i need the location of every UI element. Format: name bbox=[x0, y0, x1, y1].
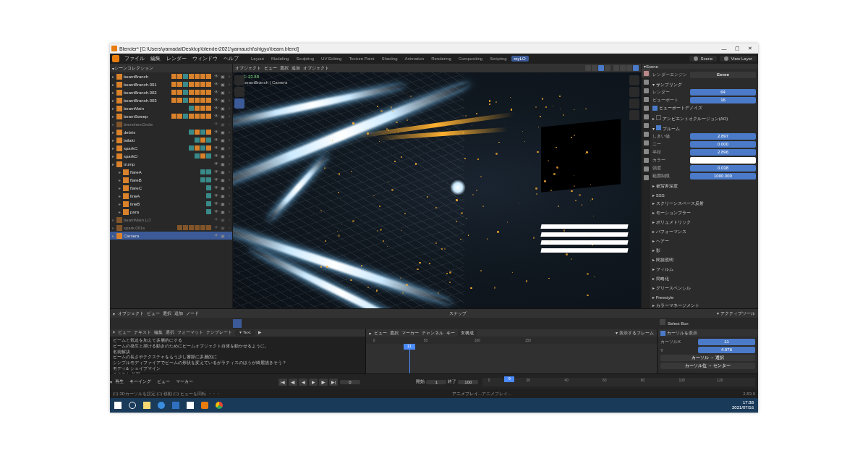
search-icon[interactable] bbox=[126, 400, 139, 410]
start-button[interactable] bbox=[111, 400, 124, 410]
outliner-row[interactable]: ▸sparkC👁▣› bbox=[110, 144, 232, 152]
workspace-tab[interactable]: Modeling bbox=[268, 56, 292, 62]
store-icon[interactable] bbox=[184, 400, 197, 410]
cursor-center-button[interactable]: カーソル位 → センター bbox=[660, 363, 755, 369]
outliner-row[interactable]: ▸lineA👁▣› bbox=[110, 192, 232, 200]
zoom-gizmo[interactable] bbox=[629, 75, 639, 85]
ao-checkbox[interactable] bbox=[656, 115, 661, 120]
mode-selector[interactable]: オブジェクト bbox=[235, 65, 261, 72]
run-script-button[interactable]: ▶ bbox=[258, 330, 262, 336]
vp-menu[interactable]: 選択 bbox=[280, 65, 289, 72]
props-section[interactable]: ▸ 簡略化 bbox=[652, 276, 756, 282]
tab-texture[interactable] bbox=[642, 173, 650, 182]
outliner-row[interactable]: ▸brenchesCircle👁▣› bbox=[110, 120, 232, 128]
tab-viewlayer[interactable] bbox=[642, 86, 650, 95]
bloom-clamp[interactable]: 1000.000 bbox=[690, 173, 756, 180]
outliner-row[interactable]: ▸beamBranch.002👁▣› bbox=[110, 88, 232, 96]
cursor-y[interactable]: 4.976 bbox=[698, 347, 755, 353]
props-section[interactable]: ▸ モーションブラー bbox=[652, 210, 756, 216]
props-section[interactable]: ▸ 間接照明 bbox=[652, 257, 756, 263]
nla-block[interactable] bbox=[233, 319, 242, 328]
outliner-row[interactable]: ▸flareB👁▣› bbox=[110, 176, 232, 184]
workspace-tab[interactable]: Texture Paint bbox=[346, 56, 377, 62]
timeline-playhead[interactable]: 9 bbox=[504, 376, 514, 382]
tab-physics[interactable] bbox=[642, 138, 650, 147]
shading-toggles[interactable] bbox=[613, 65, 639, 71]
tab-modifier[interactable] bbox=[642, 121, 650, 130]
explorer-icon[interactable] bbox=[140, 400, 153, 410]
props-section[interactable]: ▸ ボリュメトリック bbox=[652, 219, 756, 226]
camera-gizmo[interactable] bbox=[629, 98, 639, 109]
playhead[interactable]: 11 bbox=[409, 344, 410, 373]
menu-edit[interactable]: 編集 bbox=[148, 55, 163, 62]
workspace-tab[interactable]: Shading bbox=[378, 56, 400, 62]
scene-selector[interactable]: Scene bbox=[689, 56, 717, 62]
bloom-color[interactable] bbox=[690, 157, 756, 164]
viewport-canvas[interactable]: FPS: 23.88 (1) beamBranch | Camera bbox=[233, 72, 641, 308]
outliner-row[interactable]: ▸spark.001s👁▣› bbox=[110, 224, 232, 232]
mail-icon[interactable] bbox=[169, 400, 182, 410]
frame-start[interactable]: 1 bbox=[426, 380, 446, 384]
jump-end-button[interactable]: ▶| bbox=[329, 379, 338, 386]
cursor-to-sel-button[interactable]: カーソル → 選択 bbox=[660, 355, 755, 361]
tab-scene[interactable] bbox=[642, 95, 650, 104]
outliner-row[interactable]: ▸trump👁▣› bbox=[110, 160, 232, 168]
taskbar-clock[interactable]: 17:38 2021/07/16 bbox=[732, 400, 757, 410]
outliner-row[interactable]: ▸sparkD👁▣› bbox=[110, 152, 232, 160]
props-section[interactable]: ▸ パフォーマンス bbox=[652, 229, 756, 235]
dopesheet-ruler[interactable]: 0 50 100 150 bbox=[366, 337, 657, 344]
cursor-x[interactable]: 11 bbox=[698, 339, 755, 345]
props-section[interactable]: ▸ 被写界深度 bbox=[652, 183, 756, 190]
tab-particle[interactable] bbox=[642, 130, 650, 138]
outliner-row[interactable]: ▸debris👁▣› bbox=[110, 128, 232, 136]
menu-file[interactable]: ファイル bbox=[122, 55, 148, 62]
props-section[interactable]: ▸ グリースペンシル bbox=[652, 285, 756, 292]
chrome-icon[interactable] bbox=[213, 400, 226, 410]
prev-key-button[interactable]: ◀| bbox=[289, 379, 297, 386]
play-rev-button[interactable]: ◀ bbox=[299, 379, 307, 386]
denoise-checkbox[interactable] bbox=[652, 106, 658, 111]
tab-object[interactable] bbox=[642, 112, 650, 121]
outliner-row[interactable]: ▸lineB👁▣› bbox=[110, 200, 232, 208]
workspace-tab[interactable]: Rendering bbox=[428, 56, 454, 62]
outliner-row[interactable]: ▸beamMain👁▣› bbox=[110, 104, 232, 112]
minimize-button[interactable]: — bbox=[718, 46, 731, 51]
outliner-row[interactable]: ▸beamSweep👁▣› bbox=[110, 112, 232, 120]
workspace-tab[interactable]: Scripting bbox=[487, 56, 509, 62]
menu-help[interactable]: ヘルプ bbox=[221, 55, 242, 62]
workspace-tab[interactable]: UV Editing bbox=[318, 56, 344, 62]
vp-menu[interactable]: ビュー bbox=[264, 65, 277, 72]
bloom-intensity[interactable]: 0.038 bbox=[690, 165, 756, 172]
maximize-button[interactable]: ▢ bbox=[731, 46, 744, 51]
props-section[interactable]: ▸ ヘアー bbox=[652, 238, 756, 245]
pan-gizmo[interactable] bbox=[629, 87, 639, 97]
engine-dropdown[interactable]: Eevee bbox=[690, 72, 756, 78]
outliner-row[interactable]: ▸Camera👁▣› bbox=[110, 232, 232, 240]
cursor-tool[interactable] bbox=[234, 75, 244, 85]
edge-icon[interactable] bbox=[155, 400, 168, 410]
props-section[interactable]: ▸ 影 bbox=[652, 248, 756, 254]
viewport-samples[interactable]: 16 bbox=[690, 97, 756, 104]
jump-start-button[interactable]: |◀ bbox=[278, 379, 287, 386]
workspace-tab[interactable]: Layout bbox=[248, 56, 267, 62]
props-section[interactable]: ▸ フィルム bbox=[652, 266, 756, 273]
bloom-knee[interactable]: 0.000 bbox=[690, 141, 756, 148]
outliner-row[interactable]: ▸beamBranch👁▣› bbox=[110, 72, 232, 80]
outliner-row[interactable]: ▸para👁▣› bbox=[110, 208, 232, 216]
move-tool[interactable] bbox=[234, 98, 244, 109]
bloom-threshold[interactable]: 2.897 bbox=[690, 133, 756, 140]
outliner-row[interactable]: ▸beamBranch.001👁▣› bbox=[110, 80, 232, 88]
menu-window[interactable]: ウィンドウ bbox=[190, 55, 221, 62]
workspace-tab[interactable]: Animation bbox=[401, 56, 427, 62]
vp-menu[interactable]: オブジェクト bbox=[303, 65, 329, 72]
close-button[interactable]: ✕ bbox=[744, 46, 757, 51]
outliner-row[interactable]: ▸lailaki👁▣› bbox=[110, 136, 232, 144]
bloom-radius[interactable]: 2.896 bbox=[690, 149, 756, 156]
workspace-tab-active[interactable]: myLO bbox=[511, 56, 529, 62]
timeline-ruler[interactable]: 0 20 40 60 80 100 120 9 bbox=[482, 378, 755, 387]
play-button[interactable]: ▶ bbox=[309, 379, 318, 386]
text-doc-name[interactable]: Text bbox=[243, 330, 251, 334]
tab-material[interactable] bbox=[642, 164, 650, 173]
viewlayer-selector[interactable]: View Layer bbox=[720, 56, 757, 62]
tab-output[interactable] bbox=[642, 77, 650, 86]
